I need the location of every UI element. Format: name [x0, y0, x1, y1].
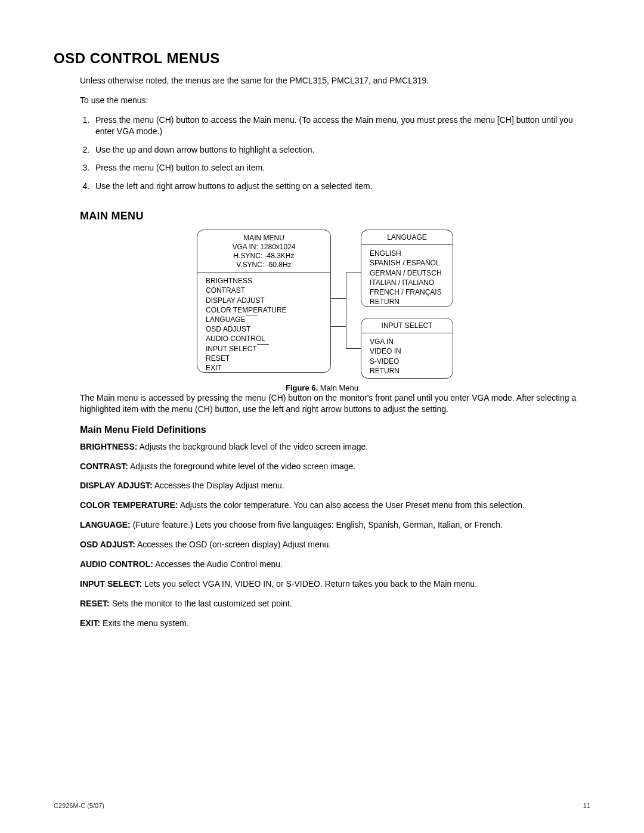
def-reset: RESET: Sets the monitor to the last cust… [80, 598, 590, 609]
step-2: Use the up and down arrow buttons to hig… [92, 144, 590, 156]
def-text: Accesses the Audio Control menu. [153, 559, 283, 569]
osd-item-audio-control: AUDIO CONTROL [206, 334, 324, 343]
osd-main-header: MAIN MENU VGA IN: 1280x1024 H.SYNC: -48.… [197, 230, 330, 272]
def-term: INPUT SELECT: [80, 579, 142, 589]
def-exit: EXIT: Exits the menu system. [80, 618, 590, 629]
def-term: BRIGHTNESS: [80, 442, 137, 451]
osd-language-box: LANGUAGE ENGLISH SPANISH / ESPAÑOL GERMA… [361, 230, 453, 307]
def-term: COLOR TEMPERATURE: [80, 500, 178, 510]
lang-english: ENGLISH [370, 249, 447, 258]
def-term: AUDIO CONTROL: [80, 559, 153, 569]
def-input-select: INPUT SELECT: Lets you select VGA IN, VI… [80, 578, 590, 590]
connector-line [346, 348, 361, 349]
section-main-menu: MAIN MENU [80, 210, 590, 222]
osd-language-title: LANGUAGE [361, 230, 453, 245]
osd-item-language: LANGUAGE [206, 315, 324, 324]
def-osd-adjust: OSD ADJUST: Accesses the OSD (on-screen … [80, 539, 590, 550]
osd-item-osd-adjust: OSD ADJUST [206, 324, 324, 334]
osd-language-items: ENGLISH SPANISH / ESPAÑOL GERMAN / DEUTS… [361, 245, 453, 310]
input-return: RETURN [370, 366, 447, 376]
input-svideo: S-VIDEO [370, 357, 447, 366]
connector-line [257, 344, 269, 345]
def-contrast: CONTRAST: Adjusts the foreground white l… [80, 461, 590, 472]
def-text: Sets the monitor to the last customized … [110, 599, 292, 608]
footer-doc-id: C2926M-C (5/07) [54, 802, 104, 809]
footer-page-number: 11 [583, 802, 590, 809]
figure-number: Figure 6. [286, 383, 318, 392]
def-text: (Future feature.) Lets you choose from f… [131, 520, 503, 529]
osd-main-vga: VGA IN: 1280x1024 [197, 243, 330, 252]
input-vga: VGA IN [370, 337, 447, 346]
osd-item-color-temperature: COLOR TEMPERATURE [206, 305, 324, 315]
connector-line [346, 272, 346, 349]
def-text: Adjusts the color temperature. You can a… [178, 500, 525, 510]
osd-item-brightness: BRIGHTNESS [206, 276, 324, 286]
page-footer: C2926M-C (5/07) 11 [54, 802, 590, 809]
defs-heading: Main Menu Field Definitions [80, 423, 590, 436]
def-term: CONTRAST: [80, 462, 128, 471]
def-text: Lets you select VGA IN, VIDEO IN, or S-V… [142, 579, 477, 589]
lang-return: RETURN [370, 297, 447, 306]
def-color-temperature: COLOR TEMPERATURE: Adjusts the color tem… [80, 500, 590, 511]
def-language: LANGUAGE: (Future feature.) Lets you cho… [80, 519, 590, 531]
def-term: RESET: [80, 599, 110, 608]
osd-item-contrast: CONTRAST [206, 286, 324, 295]
def-text: Adjusts the background black level of th… [137, 442, 368, 451]
def-display-adjust: DISPLAY ADJUST: Accesses the Display Adj… [80, 480, 590, 491]
def-brightness: BRIGHTNESS: Adjusts the background black… [80, 441, 590, 453]
lang-spanish: SPANISH / ESPAÑOL [370, 258, 447, 268]
lang-italian: ITALIAN / ITALIANO [370, 278, 447, 287]
intro-1: Unless otherwise noted, the menus are th… [80, 75, 590, 86]
connector-line [331, 298, 346, 299]
def-text: Accesses the Display Adjust menu. [153, 481, 284, 490]
figure-main-menu: MAIN MENU VGA IN: 1280x1024 H.SYNC: -48.… [197, 230, 447, 379]
osd-item-reset: RESET [206, 354, 324, 363]
def-text: Adjusts the foreground white level of th… [128, 462, 355, 471]
def-text: Exits the menu system. [100, 618, 189, 628]
step-3: Press the menu (CH) button to select an … [92, 162, 590, 174]
def-term: LANGUAGE: [80, 520, 131, 529]
osd-input-title: INPUT SELECT [361, 318, 453, 333]
osd-input-box: INPUT SELECT VGA IN VIDEO IN S-VIDEO RET… [361, 318, 453, 379]
osd-item-input-select: INPUT SELECT [206, 344, 324, 354]
page-title: OSD CONTROL MENUS [54, 50, 590, 67]
def-term: DISPLAY ADJUST: [80, 481, 153, 490]
connector-line [331, 326, 346, 327]
osd-item-exit: EXIT [206, 363, 324, 373]
after-figure-text: The Main menu is accessed by pressing th… [80, 392, 590, 415]
def-term: OSD ADJUST: [80, 540, 135, 549]
def-audio-control: AUDIO CONTROL: Accesses the Audio Contro… [80, 559, 590, 570]
connector-line [246, 315, 258, 315]
steps-list: Press the menu (CH) button to access the… [92, 114, 590, 192]
osd-input-items: VGA IN VIDEO IN S-VIDEO RETURN [361, 333, 453, 379]
figure-caption: Figure 6. Main Menu [54, 383, 590, 392]
osd-main-box: MAIN MENU VGA IN: 1280x1024 H.SYNC: -48.… [197, 230, 331, 373]
osd-main-hsync: H.SYNC: -48.3KHz [197, 252, 330, 261]
osd-main-vsync: V.SYNC: -60.8Hz [197, 261, 330, 270]
step-4: Use the left and right arrow buttons to … [92, 181, 590, 192]
figure-title: Main Menu [318, 383, 358, 392]
intro-2: To use the menus: [80, 95, 590, 106]
step-1: Press the menu (CH) button to access the… [92, 114, 590, 137]
connector-line [346, 272, 361, 273]
def-term: EXIT: [80, 618, 100, 628]
lang-german: GERMAN / DEUTSCH [370, 268, 447, 278]
input-video: VIDEO IN [370, 346, 447, 356]
osd-item-display-adjust: DISPLAY ADJUST [206, 296, 324, 305]
osd-main-title: MAIN MENU [197, 234, 330, 243]
osd-main-items: BRIGHTNESS CONTRAST DISPLAY ADJUST COLOR… [197, 272, 330, 376]
lang-french: FRENCH / FRANÇAIS [370, 287, 447, 297]
def-text: Accesses the OSD (on-screen display) Adj… [135, 540, 331, 549]
